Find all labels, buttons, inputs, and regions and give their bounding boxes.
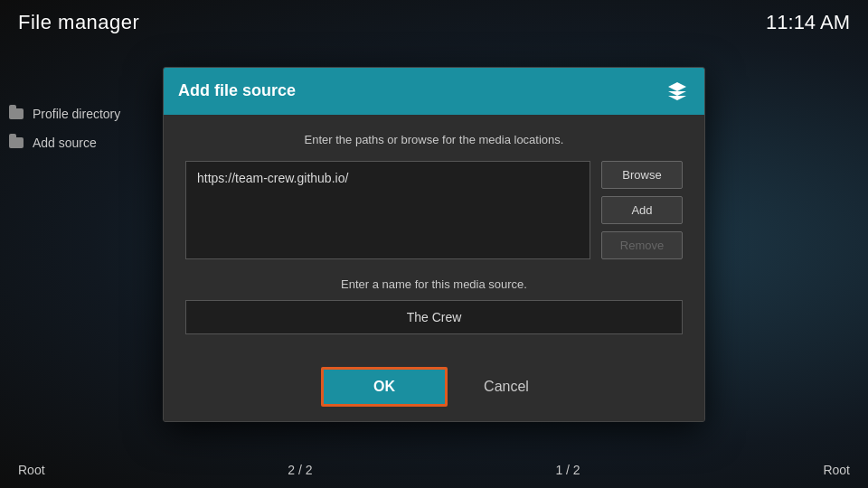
path-value: https://team-crew.github.io/: [197, 171, 348, 185]
modal-overlay: Add file source Enter the paths or brows…: [0, 0, 868, 488]
cancel-button[interactable]: Cancel: [466, 370, 547, 404]
ok-button[interactable]: OK: [321, 367, 448, 407]
kodi-logo-icon: [665, 79, 690, 104]
name-instruction: Enter a name for this media source.: [185, 277, 683, 291]
remove-button[interactable]: Remove: [601, 231, 683, 259]
path-instruction: Enter the paths or browse for the media …: [185, 133, 683, 146]
dialog-title: Add file source: [178, 81, 296, 100]
path-buttons: Browse Add Remove: [601, 161, 683, 259]
browse-button[interactable]: Browse: [601, 161, 683, 189]
add-file-source-dialog: Add file source Enter the paths or brows…: [163, 67, 705, 422]
name-value: The Crew: [407, 310, 462, 324]
dialog-header: Add file source: [164, 68, 704, 115]
path-input-area[interactable]: https://team-crew.github.io/: [185, 161, 590, 259]
add-button[interactable]: Add: [601, 196, 683, 224]
path-section: https://team-crew.github.io/ Browse Add …: [185, 161, 683, 259]
dialog-body: Enter the paths or browse for the media …: [164, 115, 704, 352]
dialog-footer: OK Cancel: [164, 352, 704, 421]
name-input[interactable]: The Crew: [185, 300, 683, 334]
